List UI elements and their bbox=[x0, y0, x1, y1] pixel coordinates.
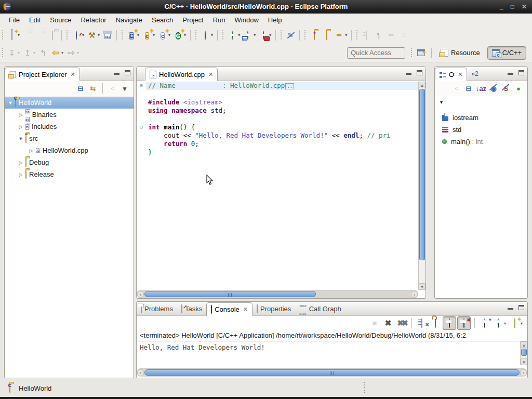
code-line-6[interactable]: ⊖int main() { bbox=[137, 123, 418, 131]
code-area[interactable]: ⊕// Name : HelloWorld.cpp..#include <ios… bbox=[137, 82, 418, 290]
sort-button[interactable]: ↓az bbox=[475, 83, 487, 94]
close-button[interactable]: ✕ bbox=[522, 3, 527, 10]
scroll-up-icon[interactable]: ▲ bbox=[521, 341, 527, 348]
code-line-8[interactable]: return 0; bbox=[137, 140, 418, 148]
search-button[interactable]: ✒▾ bbox=[333, 29, 349, 42]
console-hscroll-thumb[interactable] bbox=[144, 369, 520, 376]
maximize-button[interactable] bbox=[417, 70, 422, 75]
code-text[interactable]: cout << "Hello, Red Hat Developers World… bbox=[146, 131, 418, 140]
menu-file[interactable]: File bbox=[4, 15, 24, 25]
editor-vscroll-thumb[interactable] bbox=[419, 89, 425, 260]
close-icon[interactable]: ✕ bbox=[70, 71, 75, 78]
new-c-project-button[interactable]: C▾ bbox=[125, 29, 141, 42]
editor-hscroll-thumb[interactable] bbox=[144, 291, 316, 297]
scroll-down-icon[interactable]: ▼ bbox=[521, 358, 527, 365]
collapse-all-button[interactable]: ⊟ bbox=[463, 83, 474, 94]
scroll-left-icon[interactable]: ‹ bbox=[137, 369, 144, 376]
external-tools-button[interactable]: ▾ bbox=[70, 29, 86, 42]
expander-closed-icon[interactable]: ▷ bbox=[17, 160, 24, 165]
chevron-down-icon[interactable]: ▾ bbox=[345, 33, 347, 37]
open-type-button[interactable]: ● bbox=[308, 29, 321, 42]
open-console-button[interactable]: ▾ bbox=[509, 316, 524, 330]
tree-item-release[interactable]: ▷Release bbox=[5, 168, 134, 180]
code-text[interactable]: #include <iostream> bbox=[146, 98, 418, 107]
code-line-7[interactable]: cout << "Hello, Red Hat Developers World… bbox=[137, 131, 418, 140]
console-vscroll-thumb[interactable] bbox=[521, 349, 527, 356]
menu-refactor[interactable]: Refactor bbox=[76, 15, 111, 25]
minimize-button[interactable] bbox=[406, 73, 411, 75]
code-text[interactable]: return 0; bbox=[146, 140, 418, 148]
code-line-9[interactable]: } bbox=[137, 148, 418, 156]
tab-helloworld-cpp[interactable]: .c HelloWorld.cpp ✕ bbox=[145, 68, 218, 81]
tab-outline[interactable]: O ✕ bbox=[435, 68, 467, 81]
tab-console[interactable]: Console✕ bbox=[206, 302, 252, 316]
maximize-button[interactable]: □ bbox=[511, 3, 514, 10]
expander-closed-icon[interactable]: ▷ bbox=[17, 172, 24, 177]
menu-window[interactable]: Window bbox=[230, 15, 263, 25]
menu-edit[interactable]: Edit bbox=[24, 15, 45, 25]
code-text[interactable] bbox=[146, 115, 418, 123]
fold-toggle-icon[interactable]: ⊖ bbox=[137, 123, 146, 131]
perspective-resource[interactable]: Resource bbox=[436, 46, 484, 60]
code-text[interactable] bbox=[146, 90, 418, 98]
mark-occurrences-button[interactable]: ✎ bbox=[284, 29, 297, 42]
clear-console-button[interactable] bbox=[416, 316, 428, 330]
outline-item-std[interactable]: std bbox=[435, 124, 527, 136]
collapse-all-button[interactable]: ⊟ bbox=[75, 83, 86, 94]
build-all-button[interactable]: ⚒▾ bbox=[86, 29, 101, 42]
tree-item-debug[interactable]: ▷Debug bbox=[5, 156, 134, 168]
tab-call-graph[interactable]: 1010 0101Call Graph bbox=[295, 302, 345, 315]
remove-all-terminated-button[interactable]: ✖✖ bbox=[395, 316, 408, 330]
code-line-5[interactable] bbox=[137, 115, 418, 123]
outline-view-menu[interactable]: ▾ bbox=[435, 96, 527, 105]
word-wrap-button[interactable] bbox=[443, 316, 456, 330]
fold-toggle-icon[interactable]: ⊕ bbox=[137, 82, 146, 90]
minimize-button[interactable]: _ bbox=[500, 3, 503, 10]
scroll-down-icon[interactable]: ▼ bbox=[419, 283, 425, 290]
maximize-button[interactable] bbox=[125, 70, 130, 75]
console-vertical-scrollbar[interactable]: ▲ ▼ bbox=[520, 341, 527, 365]
chevron-down-icon[interactable]: ▾ bbox=[504, 321, 506, 326]
new-c-class-button[interactable]: c▾ bbox=[141, 29, 156, 42]
display-console-button[interactable]: ▾ bbox=[492, 316, 508, 330]
menu-search[interactable]: Search bbox=[147, 15, 178, 25]
chevron-down-icon[interactable]: ▾ bbox=[211, 33, 213, 37]
editor-horizontal-scrollbar[interactable]: ‹ › bbox=[137, 290, 418, 298]
scroll-lock-button[interactable] bbox=[429, 316, 442, 330]
hide-non-public-button[interactable]: ● bbox=[513, 83, 524, 94]
generate-button[interactable]: G▾ bbox=[172, 29, 188, 42]
close-icon[interactable]: ✕ bbox=[208, 71, 213, 78]
show-on-output-button[interactable] bbox=[457, 316, 471, 330]
maximize-button[interactable] bbox=[518, 305, 524, 310]
tab-tasks[interactable]: Tasks bbox=[177, 302, 206, 315]
chevron-down-icon[interactable]: ▾ bbox=[98, 33, 100, 37]
menu-project[interactable]: Project bbox=[178, 15, 208, 25]
tree-item-binaries[interactable]: ▷1001Binaries bbox=[5, 109, 134, 121]
code-line-2[interactable] bbox=[137, 90, 418, 98]
perspective-c-c-[interactable]: C/C++ bbox=[487, 46, 527, 60]
expander-open-icon[interactable]: ▼ bbox=[7, 100, 14, 105]
minimize-button[interactable] bbox=[114, 73, 119, 75]
code-line-3[interactable]: #include <iostream> bbox=[137, 98, 418, 107]
menu-navigate[interactable]: Navigate bbox=[111, 15, 147, 25]
console-output[interactable]: Hello, Red Hat Developers World! bbox=[137, 341, 527, 353]
scroll-right-icon[interactable]: › bbox=[411, 291, 418, 298]
stacked-views-badge[interactable]: »2 bbox=[471, 70, 478, 77]
back-button[interactable]: ⇦▾ bbox=[49, 46, 65, 60]
scroll-up-icon[interactable]: ▲ bbox=[419, 82, 425, 88]
view-menu-button[interactable]: ▾ bbox=[119, 83, 130, 94]
quick-access-input[interactable] bbox=[347, 47, 405, 59]
run-button[interactable]: ▾ bbox=[226, 29, 242, 42]
code-line-1[interactable]: ⊕// Name : HelloWorld.cpp.. bbox=[137, 82, 418, 90]
binary-view-button[interactable]: 010 bbox=[101, 29, 114, 42]
scroll-right-icon[interactable]: › bbox=[520, 369, 527, 376]
scroll-left-icon[interactable]: ‹ bbox=[137, 291, 144, 298]
tree-item-includes[interactable]: ▷hIncludes bbox=[5, 121, 134, 132]
maximize-button[interactable] bbox=[518, 70, 524, 75]
new-wizard-button[interactable]: ▾ bbox=[6, 29, 21, 42]
menu-run[interactable]: Run bbox=[208, 15, 230, 25]
open-perspective-button[interactable] bbox=[416, 46, 427, 60]
console-horizontal-scrollbar[interactable]: ‹ › bbox=[137, 368, 527, 377]
outline-item-main-[interactable]: main() : int bbox=[435, 136, 527, 148]
tree-item-helloworld[interactable]: ▼CHelloWorld bbox=[5, 97, 134, 109]
